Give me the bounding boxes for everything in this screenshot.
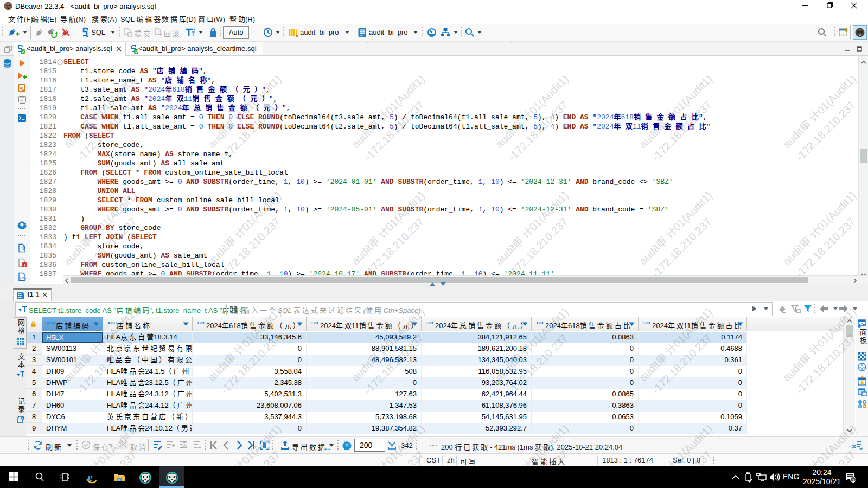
svg-text:(x): (x) [20,276,27,280]
svg-text:1: 1 [852,478,855,483]
